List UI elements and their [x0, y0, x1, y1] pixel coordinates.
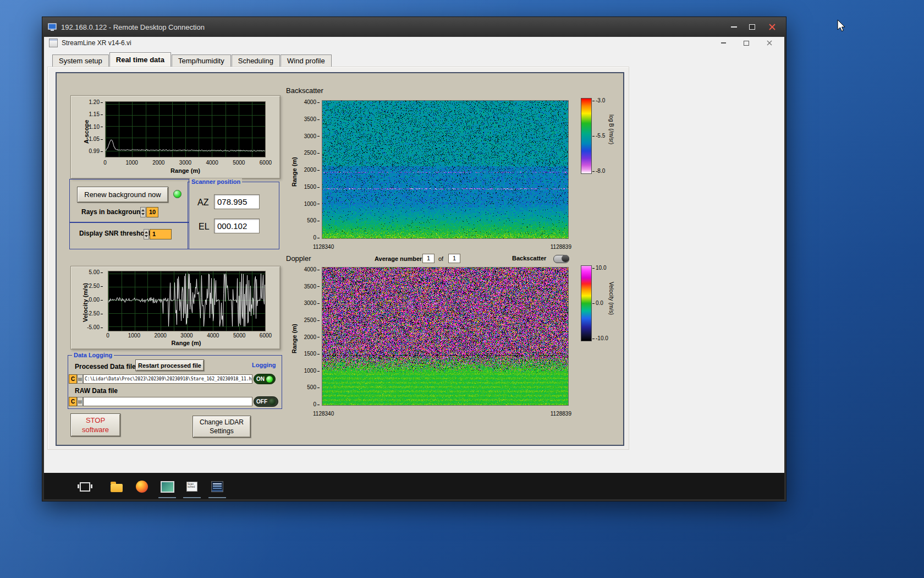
change-line1: Change LiDAR [193, 418, 250, 427]
processed-logging-toggle[interactable]: ON [254, 374, 276, 384]
tick-label: 2500 [304, 318, 320, 323]
tick-label: 0 [313, 235, 320, 241]
processed-drive-button[interactable]: C [69, 374, 77, 384]
tick-label: 1.05 [89, 137, 103, 142]
close-icon [767, 40, 772, 46]
rdp-restore-button[interactable] [744, 21, 760, 33]
tick-label: 2000 [304, 167, 320, 173]
tick-label: 4000 [304, 267, 320, 272]
taskbar-active-indicator [208, 497, 226, 498]
taskbar-active-indicator [158, 497, 176, 498]
el-label: EL [199, 222, 210, 232]
tick-label: 0 [97, 332, 119, 339]
tick-label: 1000 [121, 160, 143, 166]
rdp-titlebar[interactable]: 192.168.0.122 - Remote Desktop Connectio… [42, 17, 786, 37]
tab-real-time-data[interactable]: Real time data [109, 52, 171, 67]
rdp-minimize-button[interactable] [725, 21, 742, 33]
task-view-icon[interactable] [78, 479, 92, 494]
rdp-session-icon[interactable] [160, 479, 174, 494]
scanner-position-title: Scanner position [190, 178, 242, 185]
average-total-value[interactable]: 1 [448, 254, 460, 263]
snr-threshold-label: Display SNR threshold [79, 230, 150, 237]
file-explorer-icon[interactable] [109, 479, 124, 494]
snr-value[interactable]: 1 [150, 229, 172, 239]
ascope-canvas [106, 102, 265, 157]
doppler-canvas [322, 268, 568, 405]
tick-label: 1500 [304, 351, 320, 357]
rdp-close-button[interactable] [762, 21, 783, 33]
velocity-y-ticks: 5.002.500.00-2.50-5.00 [78, 270, 103, 330]
raw-path-field[interactable] [83, 397, 252, 406]
backscatter-toggle[interactable] [553, 255, 569, 263]
ascope-y-ticks: 1.201.151.101.050.99 [81, 100, 103, 154]
path-browse-icon[interactable]: ▤ [77, 397, 83, 406]
average-number-value[interactable]: 1 [422, 254, 435, 263]
tick-label: 1.15 [89, 112, 103, 117]
app-title: StreamLine XR v14-6.vi [62, 39, 131, 47]
app-restore-button[interactable] [739, 39, 754, 47]
snr-spinner[interactable] [144, 229, 149, 239]
tick-label: 2000 [147, 160, 169, 166]
change-line2: Settings [193, 427, 250, 435]
average-number-label: Average number [375, 255, 422, 262]
backscatter-y-ticks: 40003500300025002000150010005000 [298, 100, 320, 241]
rdp-title: 192.168.0.122 - Remote Desktop Connectio… [61, 23, 205, 31]
tick-label: -2.50 [87, 311, 103, 317]
tab-temp-humidity[interactable]: Temp/humidity [172, 54, 231, 67]
backscatter-toggle-label: Backscatter [512, 255, 546, 261]
tick-label: 6000 [255, 332, 277, 339]
raw-drive-button[interactable]: C [69, 397, 77, 406]
el-value-field[interactable]: 000.102 [214, 219, 260, 233]
app-close-button[interactable] [762, 39, 777, 47]
doppler-colorbar [581, 265, 592, 341]
scan-scheduler-icon[interactable]: Scan sched [185, 479, 199, 494]
tick-label: -5.00 [87, 325, 103, 330]
app-icon [49, 39, 58, 47]
tick-label: 5000 [228, 332, 250, 339]
tick-label: 0.0 [592, 301, 603, 306]
processed-path-field[interactable]: C:\Lidar\Data\Proc\2023\202309\20230918\… [83, 374, 252, 384]
tick-label: 4000 [304, 100, 320, 105]
renew-background-button[interactable]: Renew background now [77, 187, 168, 203]
backscatter-x-end: 1128839 [551, 244, 571, 250]
tick-label: 2500 [304, 150, 320, 156]
tick-label: 2000 [304, 335, 320, 340]
rays-value[interactable]: 10 [146, 207, 158, 217]
doppler-colorbar-ticks: 10.00.0-10.0 [592, 265, 608, 341]
minimize-icon [731, 26, 737, 28]
rays-in-background-label: Rays in background [81, 208, 145, 216]
tab-scheduling[interactable]: Scheduling [232, 54, 280, 67]
restart-processed-file-button[interactable]: Restart processed file [135, 359, 204, 371]
doppler-title: Doppler [286, 254, 311, 263]
notes-app-icon[interactable] [210, 479, 224, 494]
of-label: of [438, 255, 443, 262]
raw-data-file-label: RAW Data file [75, 387, 118, 395]
app-minimize-button[interactable] [716, 39, 730, 47]
tab-wind-profile[interactable]: Wind profile [280, 54, 332, 67]
backscatter-title: Backscatter [286, 86, 323, 95]
app-titlebar[interactable]: StreamLine XR v14-6.vi [44, 37, 784, 49]
raw-logging-toggle[interactable]: OFF [254, 396, 278, 407]
velocity-x-ticks: 0100020003000400050006000 [97, 332, 277, 339]
backscatter-colorbar-label: log B (/m/sr) [608, 114, 614, 144]
tick-label: 0.00 [89, 297, 103, 303]
restore-icon [744, 41, 749, 46]
az-value-field[interactable]: 078.995 [214, 194, 260, 209]
velocity-canvas [108, 271, 265, 331]
rdp-window-controls [725, 21, 783, 33]
backscatter-x-start: 1128340 [313, 244, 334, 250]
on-label: ON [256, 376, 265, 382]
tab-system-setup[interactable]: System setup [52, 54, 109, 67]
tick-label: 3000 [304, 301, 320, 306]
tick-label: 1000 [304, 368, 320, 374]
tick-label: 3000 [174, 160, 196, 166]
restore-icon [749, 24, 755, 30]
rays-spinner[interactable] [140, 207, 146, 217]
rdp-icon [48, 23, 57, 31]
backscatter-canvas [322, 101, 568, 238]
firefox-icon[interactable] [135, 479, 149, 494]
stop-software-button[interactable]: STOP software [70, 413, 120, 437]
path-browse-icon[interactable]: ▤ [77, 374, 83, 384]
change-lidar-settings-button[interactable]: Change LiDAR Settings [193, 416, 251, 438]
doppler-x-end: 1128839 [551, 411, 571, 417]
